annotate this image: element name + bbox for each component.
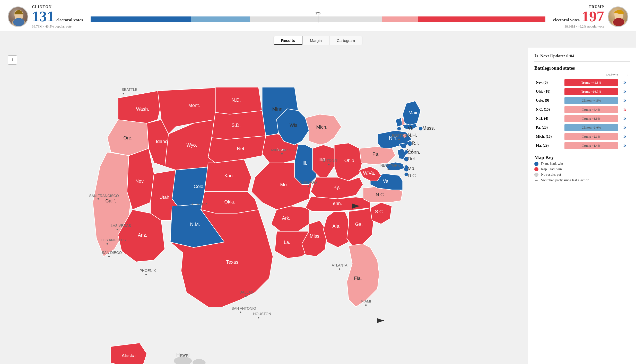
- state-nebraska[interactable]: [208, 136, 271, 163]
- clinton-lean-bar: [191, 16, 250, 22]
- tab-margin[interactable]: Margin: [302, 36, 329, 45]
- table-row: Mich. (16)Trump +2.1%D: [534, 132, 630, 141]
- svg-point-3: [13, 18, 24, 26]
- result-bar-cell: Trump +41.3%: [563, 78, 620, 87]
- vote-bar-section: 270: [91, 11, 545, 22]
- table-row: Pa. (20)Clinton +3.0%D: [534, 123, 630, 132]
- svg-text:Del.: Del.: [408, 156, 416, 161]
- svg-point-76: [107, 243, 108, 245]
- no-results-label: No results yet: [541, 173, 561, 177]
- state-name-cell: Fla. (29): [534, 141, 563, 150]
- svg-point-60: [405, 157, 408, 160]
- trump-ev-row: electoral votes 197: [553, 9, 604, 24]
- state-oklahoma[interactable]: [201, 192, 259, 213]
- rep-dot: [534, 167, 538, 171]
- state-georgia[interactable]: [347, 208, 374, 246]
- state-name-cell: Pa. (20): [534, 123, 563, 132]
- zoom-in-button[interactable]: +: [8, 55, 17, 65]
- svg-point-64: [419, 127, 423, 130]
- state-maine[interactable]: [403, 101, 421, 125]
- clinton-ev: 131: [32, 9, 54, 24]
- svg-text:DALLAS: DALLAS: [239, 290, 253, 294]
- trump-avatar: [608, 6, 628, 27]
- key-none: No results yet: [534, 173, 630, 177]
- svg-point-80: [145, 274, 147, 275]
- trump-block: TRUMP electoral votes 197 38.96M - 49.2%…: [553, 5, 628, 29]
- svg-point-72: [98, 198, 99, 200]
- yr12-cell: D: [620, 96, 630, 105]
- tab-results[interactable]: Results: [274, 36, 302, 45]
- svg-point-58: [405, 141, 408, 145]
- key-dem: Dem. lead, win: [534, 162, 630, 166]
- svg-text:SAN DIEGO: SAN DIEGO: [102, 251, 122, 255]
- divider-1: [534, 61, 630, 62]
- state-south-dakota[interactable]: [212, 111, 266, 139]
- map-key-title: Map Key: [534, 155, 630, 160]
- col-state: [534, 73, 563, 78]
- state-pennsylvania[interactable]: [360, 147, 396, 165]
- yr12-cell: D: [620, 132, 630, 141]
- svg-text:DETROIT: DETROIT: [322, 159, 338, 163]
- state-name-cell: Nev. (6): [534, 78, 563, 87]
- table-row: Nev. (6)Trump +41.3%D: [534, 78, 630, 87]
- dem-dot: [534, 162, 538, 166]
- svg-point-78: [108, 256, 110, 257]
- svg-point-74: [117, 229, 118, 230]
- yr12-cell: D: [620, 114, 630, 123]
- svg-text:Md.: Md.: [408, 166, 415, 171]
- state-kansas[interactable]: [205, 159, 251, 192]
- svg-text:D.C.: D.C.: [408, 173, 417, 178]
- state-name-cell: Ohio (18): [534, 87, 563, 96]
- tabs-bar: Results Margin Cartogram: [0, 31, 636, 48]
- state-florida[interactable]: [347, 244, 379, 307]
- state-nevada[interactable]: [127, 148, 154, 210]
- state-vermont[interactable]: [396, 118, 403, 127]
- svg-text:LAS VEGAS: LAS VEGAS: [111, 224, 131, 228]
- svg-point-61: [405, 165, 408, 169]
- svg-text:MINNEAPOLIS: MINNEAPOLIS: [271, 148, 296, 152]
- svg-point-92: [308, 185, 309, 187]
- svg-point-88: [258, 317, 259, 318]
- state-new-york[interactable]: [378, 130, 412, 148]
- yr12-cell: D: [620, 87, 630, 96]
- col-leadwin: Lead/Win: [563, 73, 620, 78]
- svg-point-82: [199, 207, 201, 209]
- trump-ev-label: electoral votes: [553, 17, 580, 23]
- battleground-title: Battleground states: [534, 65, 630, 71]
- yr12-cell: D: [620, 141, 630, 150]
- svg-point-84: [245, 295, 247, 297]
- state-hawaii-2: [193, 359, 205, 364]
- clinton-ev-label: electoral votes: [56, 17, 83, 23]
- trump-lean-bar: [382, 16, 418, 22]
- table-row: Fla. (29)Trump +1.4%D: [534, 141, 630, 150]
- svg-point-98: [388, 168, 389, 170]
- state-arkansas[interactable]: [271, 206, 309, 231]
- state-kentucky[interactable]: [311, 177, 363, 199]
- state-hawaii[interactable]: [174, 357, 192, 364]
- state-west-virginia[interactable]: [360, 166, 381, 181]
- state-south-carolina[interactable]: [370, 202, 392, 224]
- dem-label: Dem. lead, win: [541, 162, 563, 166]
- svg-text:Mass.: Mass.: [423, 126, 435, 131]
- yr12-cell: R: [620, 105, 630, 114]
- rep-label: Rep. lead, win: [541, 167, 562, 171]
- state-alaska[interactable]: [111, 343, 147, 364]
- result-bar-cell: Trump +1.4%: [563, 141, 620, 150]
- update-label: Next Update: 0:04: [540, 54, 574, 59]
- clinton-block: CLINTON 131 electoral votes 36.78M - 46.…: [8, 5, 83, 29]
- main-content: + Wash. Ore. Calif. Nev. Idaho: [0, 48, 636, 364]
- state-michigan[interactable]: [306, 114, 342, 145]
- result-bar-cell: Trump +2.1%: [563, 132, 620, 141]
- state-tennessee[interactable]: [306, 197, 370, 211]
- col-yr12: '12: [620, 73, 630, 78]
- tab-cartogram[interactable]: Cartogram: [329, 36, 362, 45]
- state-north-dakota[interactable]: [215, 87, 262, 114]
- state-oregon[interactable]: [107, 120, 149, 156]
- table-row: N.C. (15)Trump +4.4%R: [534, 105, 630, 114]
- none-dot: [534, 173, 538, 177]
- state-alabama[interactable]: [324, 211, 349, 247]
- svg-point-59: [405, 150, 408, 154]
- state-ohio[interactable]: [334, 143, 363, 181]
- result-bar-cell: Clinton +4.5%: [563, 96, 620, 105]
- map-controls: +: [8, 55, 17, 65]
